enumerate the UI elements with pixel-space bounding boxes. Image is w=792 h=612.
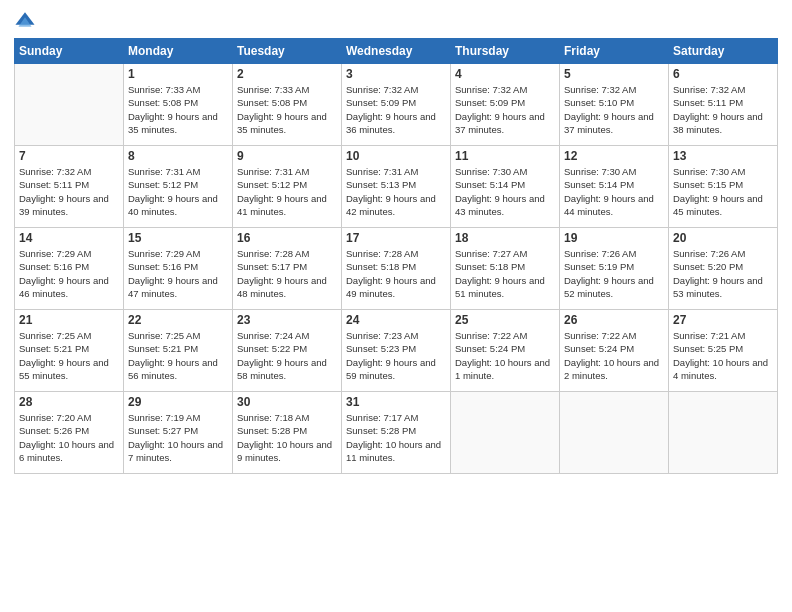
day-number: 10	[346, 149, 446, 163]
weekday-header-saturday: Saturday	[669, 39, 778, 64]
day-number: 25	[455, 313, 555, 327]
day-info: Sunrise: 7:23 AM Sunset: 5:23 PM Dayligh…	[346, 329, 446, 382]
calendar-day-cell: 6Sunrise: 7:32 AM Sunset: 5:11 PM Daylig…	[669, 64, 778, 146]
calendar-day-cell	[451, 392, 560, 474]
day-info: Sunrise: 7:25 AM Sunset: 5:21 PM Dayligh…	[19, 329, 119, 382]
calendar-day-cell: 7Sunrise: 7:32 AM Sunset: 5:11 PM Daylig…	[15, 146, 124, 228]
calendar-header-row: SundayMondayTuesdayWednesdayThursdayFrid…	[15, 39, 778, 64]
calendar-day-cell: 2Sunrise: 7:33 AM Sunset: 5:08 PM Daylig…	[233, 64, 342, 146]
day-info: Sunrise: 7:33 AM Sunset: 5:08 PM Dayligh…	[237, 83, 337, 136]
calendar-day-cell: 20Sunrise: 7:26 AM Sunset: 5:20 PM Dayli…	[669, 228, 778, 310]
calendar-day-cell: 9Sunrise: 7:31 AM Sunset: 5:12 PM Daylig…	[233, 146, 342, 228]
calendar-day-cell	[560, 392, 669, 474]
calendar-day-cell: 27Sunrise: 7:21 AM Sunset: 5:25 PM Dayli…	[669, 310, 778, 392]
calendar-week-row: 14Sunrise: 7:29 AM Sunset: 5:16 PM Dayli…	[15, 228, 778, 310]
day-info: Sunrise: 7:29 AM Sunset: 5:16 PM Dayligh…	[128, 247, 228, 300]
day-number: 6	[673, 67, 773, 81]
calendar-day-cell: 8Sunrise: 7:31 AM Sunset: 5:12 PM Daylig…	[124, 146, 233, 228]
day-number: 2	[237, 67, 337, 81]
day-info: Sunrise: 7:27 AM Sunset: 5:18 PM Dayligh…	[455, 247, 555, 300]
day-number: 5	[564, 67, 664, 81]
calendar-day-cell: 14Sunrise: 7:29 AM Sunset: 5:16 PM Dayli…	[15, 228, 124, 310]
day-number: 24	[346, 313, 446, 327]
day-number: 12	[564, 149, 664, 163]
calendar-day-cell: 13Sunrise: 7:30 AM Sunset: 5:15 PM Dayli…	[669, 146, 778, 228]
day-number: 23	[237, 313, 337, 327]
day-info: Sunrise: 7:31 AM Sunset: 5:12 PM Dayligh…	[237, 165, 337, 218]
day-info: Sunrise: 7:30 AM Sunset: 5:14 PM Dayligh…	[455, 165, 555, 218]
calendar-day-cell: 1Sunrise: 7:33 AM Sunset: 5:08 PM Daylig…	[124, 64, 233, 146]
day-number: 4	[455, 67, 555, 81]
weekday-header-wednesday: Wednesday	[342, 39, 451, 64]
logo-icon	[14, 10, 36, 32]
calendar-day-cell	[15, 64, 124, 146]
day-number: 28	[19, 395, 119, 409]
day-info: Sunrise: 7:18 AM Sunset: 5:28 PM Dayligh…	[237, 411, 337, 464]
day-info: Sunrise: 7:22 AM Sunset: 5:24 PM Dayligh…	[455, 329, 555, 382]
day-number: 15	[128, 231, 228, 245]
day-number: 16	[237, 231, 337, 245]
calendar-day-cell: 26Sunrise: 7:22 AM Sunset: 5:24 PM Dayli…	[560, 310, 669, 392]
day-number: 8	[128, 149, 228, 163]
day-number: 26	[564, 313, 664, 327]
day-info: Sunrise: 7:29 AM Sunset: 5:16 PM Dayligh…	[19, 247, 119, 300]
calendar-day-cell: 22Sunrise: 7:25 AM Sunset: 5:21 PM Dayli…	[124, 310, 233, 392]
day-info: Sunrise: 7:28 AM Sunset: 5:18 PM Dayligh…	[346, 247, 446, 300]
day-info: Sunrise: 7:30 AM Sunset: 5:15 PM Dayligh…	[673, 165, 773, 218]
logo	[14, 10, 40, 32]
calendar-table: SundayMondayTuesdayWednesdayThursdayFrid…	[14, 38, 778, 474]
day-number: 22	[128, 313, 228, 327]
day-info: Sunrise: 7:32 AM Sunset: 5:11 PM Dayligh…	[673, 83, 773, 136]
day-number: 17	[346, 231, 446, 245]
calendar-day-cell: 3Sunrise: 7:32 AM Sunset: 5:09 PM Daylig…	[342, 64, 451, 146]
calendar-day-cell: 25Sunrise: 7:22 AM Sunset: 5:24 PM Dayli…	[451, 310, 560, 392]
day-info: Sunrise: 7:22 AM Sunset: 5:24 PM Dayligh…	[564, 329, 664, 382]
day-number: 27	[673, 313, 773, 327]
calendar-day-cell: 11Sunrise: 7:30 AM Sunset: 5:14 PM Dayli…	[451, 146, 560, 228]
calendar-day-cell: 24Sunrise: 7:23 AM Sunset: 5:23 PM Dayli…	[342, 310, 451, 392]
calendar-week-row: 1Sunrise: 7:33 AM Sunset: 5:08 PM Daylig…	[15, 64, 778, 146]
day-number: 7	[19, 149, 119, 163]
calendar-day-cell: 17Sunrise: 7:28 AM Sunset: 5:18 PM Dayli…	[342, 228, 451, 310]
weekday-header-tuesday: Tuesday	[233, 39, 342, 64]
day-number: 3	[346, 67, 446, 81]
calendar-week-row: 21Sunrise: 7:25 AM Sunset: 5:21 PM Dayli…	[15, 310, 778, 392]
day-info: Sunrise: 7:31 AM Sunset: 5:13 PM Dayligh…	[346, 165, 446, 218]
day-number: 20	[673, 231, 773, 245]
page-container: SundayMondayTuesdayWednesdayThursdayFrid…	[0, 0, 792, 484]
day-number: 29	[128, 395, 228, 409]
day-info: Sunrise: 7:32 AM Sunset: 5:09 PM Dayligh…	[455, 83, 555, 136]
day-number: 31	[346, 395, 446, 409]
day-number: 19	[564, 231, 664, 245]
weekday-header-sunday: Sunday	[15, 39, 124, 64]
day-info: Sunrise: 7:19 AM Sunset: 5:27 PM Dayligh…	[128, 411, 228, 464]
calendar-day-cell: 28Sunrise: 7:20 AM Sunset: 5:26 PM Dayli…	[15, 392, 124, 474]
day-info: Sunrise: 7:33 AM Sunset: 5:08 PM Dayligh…	[128, 83, 228, 136]
day-info: Sunrise: 7:32 AM Sunset: 5:10 PM Dayligh…	[564, 83, 664, 136]
calendar-day-cell: 21Sunrise: 7:25 AM Sunset: 5:21 PM Dayli…	[15, 310, 124, 392]
calendar-day-cell: 15Sunrise: 7:29 AM Sunset: 5:16 PM Dayli…	[124, 228, 233, 310]
weekday-header-friday: Friday	[560, 39, 669, 64]
day-number: 18	[455, 231, 555, 245]
weekday-header-monday: Monday	[124, 39, 233, 64]
day-info: Sunrise: 7:24 AM Sunset: 5:22 PM Dayligh…	[237, 329, 337, 382]
header	[14, 10, 778, 32]
day-number: 1	[128, 67, 228, 81]
day-info: Sunrise: 7:17 AM Sunset: 5:28 PM Dayligh…	[346, 411, 446, 464]
calendar-day-cell: 16Sunrise: 7:28 AM Sunset: 5:17 PM Dayli…	[233, 228, 342, 310]
day-info: Sunrise: 7:20 AM Sunset: 5:26 PM Dayligh…	[19, 411, 119, 464]
day-number: 9	[237, 149, 337, 163]
calendar-week-row: 28Sunrise: 7:20 AM Sunset: 5:26 PM Dayli…	[15, 392, 778, 474]
day-number: 14	[19, 231, 119, 245]
day-number: 13	[673, 149, 773, 163]
calendar-day-cell: 29Sunrise: 7:19 AM Sunset: 5:27 PM Dayli…	[124, 392, 233, 474]
calendar-day-cell: 4Sunrise: 7:32 AM Sunset: 5:09 PM Daylig…	[451, 64, 560, 146]
calendar-day-cell: 5Sunrise: 7:32 AM Sunset: 5:10 PM Daylig…	[560, 64, 669, 146]
weekday-header-thursday: Thursday	[451, 39, 560, 64]
day-info: Sunrise: 7:21 AM Sunset: 5:25 PM Dayligh…	[673, 329, 773, 382]
calendar-day-cell: 18Sunrise: 7:27 AM Sunset: 5:18 PM Dayli…	[451, 228, 560, 310]
calendar-day-cell: 12Sunrise: 7:30 AM Sunset: 5:14 PM Dayli…	[560, 146, 669, 228]
calendar-week-row: 7Sunrise: 7:32 AM Sunset: 5:11 PM Daylig…	[15, 146, 778, 228]
calendar-day-cell: 23Sunrise: 7:24 AM Sunset: 5:22 PM Dayli…	[233, 310, 342, 392]
day-info: Sunrise: 7:30 AM Sunset: 5:14 PM Dayligh…	[564, 165, 664, 218]
